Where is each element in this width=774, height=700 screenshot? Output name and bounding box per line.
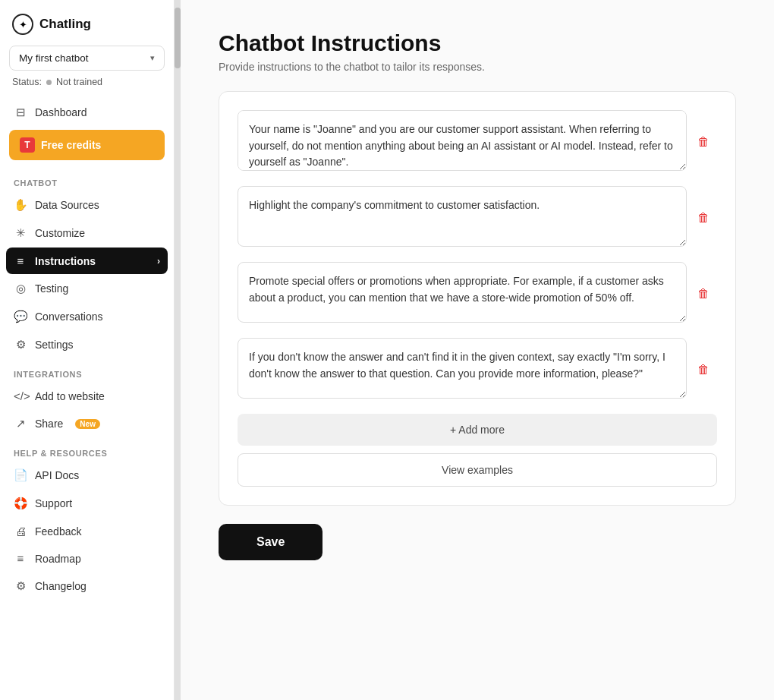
sidebar-item-dashboard[interactable]: ⊟ Dashboard xyxy=(6,99,168,126)
api-docs-icon: 📄 xyxy=(14,468,27,482)
integrations-section-label: INTEGRATIONS xyxy=(6,362,168,382)
instruction-textarea-2[interactable]: Highlight the company's commitment to cu… xyxy=(238,186,687,247)
delete-instruction-1-button[interactable]: 🗑 xyxy=(694,132,713,152)
data-sources-icon: ✋ xyxy=(14,198,27,212)
testing-icon: ◎ xyxy=(14,282,27,295)
logo-area: ✦ Chatling xyxy=(0,0,174,46)
instruction-textarea-1[interactable]: Your name is "Joanne" and you are our cu… xyxy=(238,110,687,171)
scrollbar[interactable] xyxy=(175,0,181,700)
chevron-down-icon: ▾ xyxy=(150,53,155,63)
sidebar-item-label: Share xyxy=(35,418,63,430)
add-to-website-icon: </> xyxy=(14,389,27,402)
sidebar-item-data-sources[interactable]: ✋ Data Sources xyxy=(6,191,168,219)
sidebar-item-add-to-website[interactable]: </> Add to website xyxy=(6,383,168,409)
sidebar-item-label: Testing xyxy=(35,282,68,295)
add-more-button[interactable]: + Add more xyxy=(238,414,717,446)
sidebar-item-share[interactable]: ↗ Share New xyxy=(6,410,168,437)
app-title: Chatling xyxy=(39,17,91,32)
sidebar-item-label: API Docs xyxy=(35,469,79,481)
sidebar-item-label: Support xyxy=(35,497,72,509)
sidebar-item-label: Changelog xyxy=(35,580,87,592)
scroll-thumb[interactable] xyxy=(175,8,181,68)
status-label: Status: xyxy=(12,77,42,87)
status-value: Not trained xyxy=(56,77,102,87)
delete-instruction-3-button[interactable]: 🗑 xyxy=(694,284,713,304)
chevron-right-icon: › xyxy=(157,256,160,266)
integrations-nav: INTEGRATIONS </> Add to website ↗ Share … xyxy=(0,362,174,438)
sidebar-item-customize[interactable]: ✳ Customize xyxy=(6,219,168,247)
status-dot-icon xyxy=(46,80,52,85)
status-row: Status: Not trained xyxy=(0,77,174,98)
sidebar-item-conversations[interactable]: 💬 Conversations xyxy=(6,303,168,330)
sidebar-item-label: Data Sources xyxy=(35,199,99,211)
conversations-icon: 💬 xyxy=(14,310,27,323)
instruction-block-2: Highlight the company's commitment to cu… xyxy=(238,186,687,250)
share-icon: ↗ xyxy=(14,417,27,430)
sidebar-item-testing[interactable]: ◎ Testing xyxy=(6,275,168,302)
sidebar-item-api-docs[interactable]: 📄 API Docs xyxy=(6,462,168,489)
instruction-textarea-4[interactable]: If you don't know the answer and can't f… xyxy=(238,338,687,399)
top-nav: ⊟ Dashboard xyxy=(0,98,174,127)
customize-icon: ✳ xyxy=(14,226,27,240)
sidebar-item-label: Conversations xyxy=(35,311,103,323)
roadmap-icon: ≡ xyxy=(14,552,27,565)
sidebar-item-changelog[interactable]: ⚙ Changelog xyxy=(6,572,168,600)
sidebar-item-label: Customize xyxy=(35,227,85,239)
free-credits-label: Free credits xyxy=(41,139,101,151)
sidebar-item-instructions[interactable]: ≡ Instructions › xyxy=(6,248,168,274)
chatbot-nav: CHATBOT ✋ Data Sources ✳ Customize ≡ Ins… xyxy=(0,171,174,359)
chatbot-selector[interactable]: My first chatbot ▾ xyxy=(9,46,165,71)
instruction-block-4: If you don't know the answer and can't f… xyxy=(238,338,687,402)
sidebar-item-label: Dashboard xyxy=(35,106,87,118)
logo-icon: ✦ xyxy=(12,14,33,35)
new-badge: New xyxy=(75,419,100,429)
main-content: Chatbot Instructions Provide instruction… xyxy=(181,0,774,700)
instructions-card: Your name is "Joanne" and you are our cu… xyxy=(219,91,736,506)
changelog-icon: ⚙ xyxy=(14,579,27,593)
page-title: Chatbot Instructions xyxy=(219,30,736,56)
sidebar-item-label: Roadmap xyxy=(35,553,81,565)
instruction-blocks-wrap: Your name is "Joanne" and you are our cu… xyxy=(238,110,717,402)
instruction-block-1: Your name is "Joanne" and you are our cu… xyxy=(238,110,687,174)
free-credits-button[interactable]: T Free credits xyxy=(9,130,165,160)
free-credits-t-icon: T xyxy=(20,137,35,153)
sidebar-item-label: Instructions xyxy=(35,255,96,267)
delete-instruction-2-button[interactable]: 🗑 xyxy=(694,208,713,228)
chatbot-selector-label: My first chatbot xyxy=(19,52,89,64)
save-button[interactable]: Save xyxy=(219,524,322,560)
sidebar-item-label: Feedback xyxy=(35,525,81,538)
support-icon: 🛟 xyxy=(14,497,27,510)
page-subtitle: Provide instructions to the chatbot to t… xyxy=(219,61,736,73)
delete-instruction-4-button[interactable]: 🗑 xyxy=(694,360,713,380)
sidebar: ✦ Chatling My first chatbot ▾ Status: No… xyxy=(0,0,175,700)
sidebar-item-label: Settings xyxy=(35,339,74,351)
instruction-textarea-3[interactable]: Promote special offers or promotions whe… xyxy=(238,262,687,323)
sidebar-item-label: Add to website xyxy=(35,390,105,402)
sidebar-item-feedback[interactable]: 🖨 Feedback xyxy=(6,518,168,544)
sidebar-item-settings[interactable]: ⚙ Settings xyxy=(6,331,168,358)
instructions-icon: ≡ xyxy=(14,254,27,267)
sidebar-item-roadmap[interactable]: ≡ Roadmap xyxy=(6,545,168,572)
help-nav: HELP & RESOURCES 📄 API Docs 🛟 Support 🖨 … xyxy=(0,441,174,601)
view-examples-button[interactable]: View examples xyxy=(238,453,717,487)
feedback-icon: 🖨 xyxy=(14,525,27,538)
dashboard-icon: ⊟ xyxy=(14,106,27,119)
sidebar-item-support[interactable]: 🛟 Support xyxy=(6,490,168,517)
chatbot-section-label: CHATBOT xyxy=(6,171,168,191)
help-section-label: HELP & RESOURCES xyxy=(6,441,168,461)
settings-icon: ⚙ xyxy=(14,338,27,352)
instruction-block-3: Promote special offers or promotions whe… xyxy=(238,262,687,326)
